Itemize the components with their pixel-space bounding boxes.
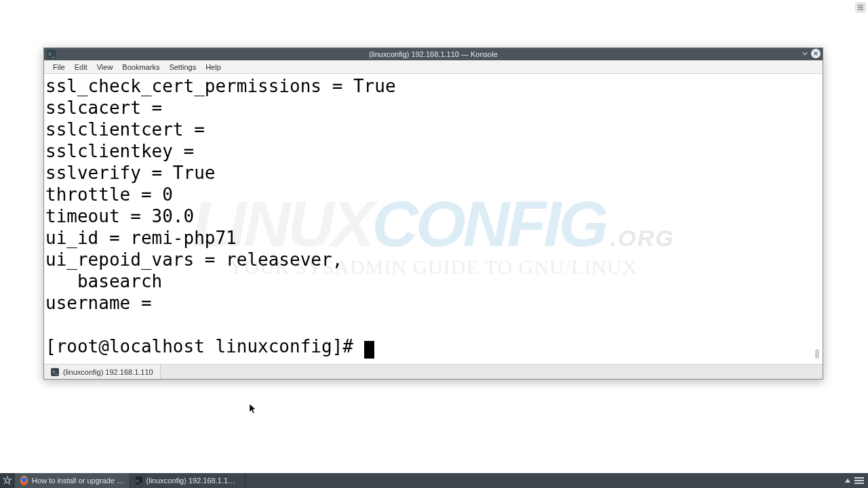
taskbar-item-label: How to install or upgrade to PHP ... <box>32 476 124 485</box>
tray-expand-icon[interactable] <box>845 479 850 483</box>
terminal-tab[interactable]: >_ (linuxconfig) 192.168.1.110 <box>44 365 161 379</box>
tab-label: (linuxconfig) 192.168.1.110 <box>63 368 153 376</box>
svg-point-2 <box>10 479 12 480</box>
konsole-window: >_ (linuxconfig) 192.168.1.110 — Konsole… <box>43 47 823 380</box>
svg-point-5 <box>3 478 5 479</box>
taskbar-item-label: (linuxconfig) 192.168.1.110 — Ko... <box>146 476 239 485</box>
terminal-area[interactable]: LINUXCONFIG.ORG YOUR SYSADMIN GUIDE TO G… <box>44 74 823 364</box>
menu-settings[interactable]: Settings <box>164 62 201 73</box>
window-close-button[interactable] <box>811 49 821 58</box>
taskbar-item-konsole[interactable]: >_ (linuxconfig) 192.168.1.110 — Ko... <box>130 473 245 488</box>
desktop-menu-button[interactable] <box>855 2 866 13</box>
terminal-output: ssl_check_cert_permissions = True sslcac… <box>44 74 823 364</box>
kde-logo-icon <box>3 476 12 485</box>
menu-bookmarks[interactable]: Bookmarks <box>117 62 164 73</box>
konsole-icon: >_ <box>136 476 142 485</box>
close-icon <box>813 51 818 56</box>
taskbar-item-firefox[interactable]: How to install or upgrade to PHP ... <box>15 473 130 488</box>
terminal-scrollbar[interactable] <box>815 349 819 359</box>
menu-bar: File Edit View Bookmarks Settings Help <box>44 60 823 74</box>
terminal-cursor <box>364 341 374 359</box>
chevron-down-icon <box>802 51 808 56</box>
mouse-cursor <box>250 404 258 418</box>
svg-point-3 <box>9 483 10 485</box>
window-titlebar[interactable]: >_ (linuxconfig) 192.168.1.110 — Konsole <box>44 48 823 60</box>
taskbar: How to install or upgrade to PHP ... >_ … <box>0 473 868 488</box>
start-button[interactable] <box>0 473 15 488</box>
window-title: (linuxconfig) 192.168.1.110 — Konsole <box>369 50 498 58</box>
terminal-icon: >_ <box>51 368 59 376</box>
menu-help[interactable]: Help <box>201 62 226 73</box>
tab-bar: >_ (linuxconfig) 192.168.1.110 <box>44 364 823 379</box>
menu-file[interactable]: File <box>48 62 70 73</box>
window-minimize-button[interactable] <box>800 49 810 58</box>
svg-point-0 <box>5 479 9 483</box>
menu-edit[interactable]: Edit <box>70 62 92 73</box>
tray-menu-icon[interactable] <box>854 477 864 484</box>
svg-point-4 <box>4 483 5 484</box>
svg-point-1 <box>7 476 8 478</box>
app-icon: >_ <box>47 49 56 59</box>
hamburger-icon <box>857 4 864 11</box>
menu-view[interactable]: View <box>92 62 118 73</box>
firefox-icon <box>20 476 28 485</box>
system-tray <box>845 477 868 484</box>
